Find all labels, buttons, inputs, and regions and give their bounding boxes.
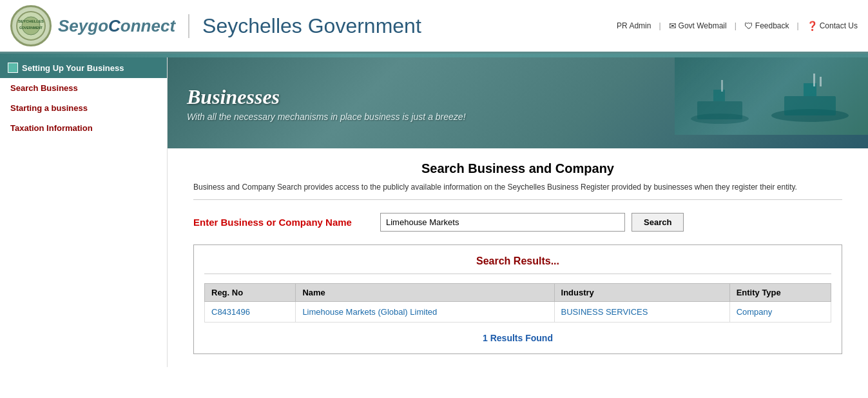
nav-divider-2: |: [735, 21, 737, 30]
banner-content: Businesses With all the necessary mechan…: [187, 85, 466, 121]
cell-name[interactable]: Limehouse Markets (Global) Limited: [296, 302, 554, 323]
cell-entity-type: Company: [729, 302, 831, 323]
cell-industry: BUSINESS SERVICES: [554, 302, 729, 323]
search-label: Enter Business or Company Name: [193, 217, 374, 228]
banner-subtitle: With all the necessary mechanisms in pla…: [187, 111, 466, 121]
gov-title: Seychelles Government: [188, 14, 421, 38]
feedback-link[interactable]: 🛡 Feedback: [744, 21, 789, 31]
sidebar-header-label: Setting Up Your Business: [22, 63, 124, 73]
col-industry: Industry: [554, 284, 729, 302]
table-row: C8431496 Limehouse Markets (Global) Limi…: [205, 302, 831, 323]
company-name-link[interactable]: Limehouse Markets (Global) Limited: [302, 307, 437, 317]
feedback-label: Feedback: [755, 21, 789, 30]
logo-area: SEYCHELLES GOVERNMENT SeygoConnect Seych…: [10, 5, 421, 46]
results-table: Reg. No Name Industry Entity Type C84314…: [204, 283, 831, 323]
results-title: Search Results...: [204, 255, 831, 267]
sidebar-header: Setting Up Your Business: [0, 57, 167, 78]
search-input[interactable]: [380, 213, 625, 232]
header: SEYCHELLES GOVERNMENT SeygoConnect Seych…: [0, 0, 868, 54]
contact-label: Contact Us: [820, 21, 858, 30]
sidebar-header-icon: [8, 63, 18, 73]
sidebar: Setting Up Your Business Search Business…: [0, 57, 168, 367]
results-count: 1 Results Found: [204, 333, 831, 343]
banner: Businesses With all the necessary mechan…: [168, 57, 868, 148]
feedback-icon: 🛡: [744, 21, 753, 31]
webmail-label: Govt Webmail: [679, 21, 727, 30]
pr-admin-link[interactable]: PR Admin: [617, 21, 651, 30]
results-divider: [204, 274, 831, 274]
col-entity-type: Entity Type: [729, 284, 831, 302]
svg-text:SEYCHELLES: SEYCHELLES: [18, 19, 44, 23]
webmail-link[interactable]: ✉ Govt Webmail: [669, 21, 727, 31]
seygov-brand: SeygoConnect: [58, 16, 175, 36]
ships-svg: [681, 64, 862, 128]
svg-rect-7: [813, 74, 815, 86]
brand-text: SeygoConnect: [58, 16, 175, 35]
col-name: Name: [296, 284, 554, 302]
contact-icon: ❓: [807, 21, 818, 31]
banner-title: Businesses: [187, 85, 466, 108]
nav-divider-1: |: [659, 21, 661, 30]
svg-rect-11: [713, 90, 725, 101]
banner-ships: [675, 57, 868, 135]
sidebar-item-starting-business[interactable]: Starting a business: [0, 98, 167, 118]
mail-icon: ✉: [669, 21, 677, 31]
svg-rect-5: [784, 96, 836, 115]
logo-emblem: SEYCHELLES GOVERNMENT: [10, 5, 52, 46]
page-description: Business and Company Search provides acc…: [193, 183, 842, 200]
table-head: Reg. No Name Industry Entity Type: [205, 284, 831, 302]
search-button[interactable]: Search: [632, 213, 684, 232]
content-area: Search Business and Company Business and…: [168, 148, 868, 367]
right-panel: Businesses With all the necessary mechan…: [168, 57, 868, 367]
nav-divider-3: |: [797, 21, 799, 30]
sidebar-item-search-business[interactable]: Search Business: [0, 78, 167, 98]
main-layout: Setting Up Your Business Search Business…: [0, 57, 868, 367]
contact-link[interactable]: ❓ Contact Us: [807, 21, 858, 31]
search-form: Enter Business or Company Name Search: [193, 213, 842, 232]
cell-reg-no[interactable]: C8431496: [205, 302, 296, 323]
svg-text:GOVERNMENT: GOVERNMENT: [19, 26, 43, 30]
svg-rect-10: [697, 101, 742, 119]
table-body: C8431496 Limehouse Markets (Global) Limi…: [205, 302, 831, 323]
col-reg-no: Reg. No: [205, 284, 296, 302]
table-header-row: Reg. No Name Industry Entity Type: [205, 284, 831, 302]
header-nav: PR Admin | ✉ Govt Webmail | 🛡 Feedback |…: [617, 21, 858, 31]
svg-rect-12: [721, 80, 723, 92]
page-title: Search Business and Company: [193, 161, 842, 176]
sidebar-item-taxation[interactable]: Taxation Information: [0, 118, 167, 138]
results-box: Search Results... Reg. No Name Industry …: [193, 244, 842, 354]
svg-rect-8: [820, 77, 822, 86]
reg-no-link[interactable]: C8431496: [211, 307, 250, 317]
